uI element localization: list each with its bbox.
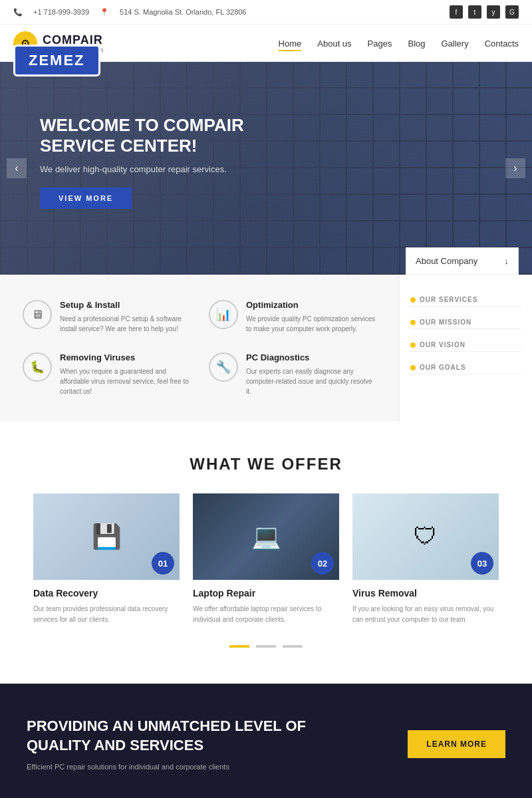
- carousel-dot-2[interactable]: [256, 645, 276, 648]
- setup-info: Setup & Install Need a professional PC s…: [60, 300, 190, 334]
- data-recovery-image: 💾 01: [33, 493, 180, 580]
- main-nav: Home About us Pages Blog Gallery Contact…: [279, 36, 519, 51]
- laptop-repair-desc: We offer affordable laptop repair servic…: [193, 604, 339, 625]
- phone-icon: 📞: [13, 8, 23, 17]
- carousel-dot-3[interactable]: [283, 645, 303, 648]
- hero-prev-arrow[interactable]: ‹: [7, 158, 27, 178]
- offer-virus-removal: 🛡 03 Virus Removal If you are looking fo…: [352, 493, 499, 625]
- offer-number-2: 02: [311, 552, 334, 575]
- optimization-title: Optimization: [246, 300, 376, 310]
- hero-section: WELCOME TO COMPAIR SERVICE CENTER! We de…: [0, 62, 532, 275]
- what-we-offer-section: WHAT WE OFFER 💾 01 Data Recovery Our tea…: [0, 422, 532, 684]
- nav-home[interactable]: Home: [279, 36, 302, 51]
- youtube-icon[interactable]: y: [487, 5, 500, 19]
- twitter-icon[interactable]: t: [468, 5, 481, 19]
- about-company-dropdown[interactable]: About Company ↓: [406, 247, 519, 275]
- offer-number-3: 03: [471, 552, 493, 575]
- hero-subheading: We deliver high-quality computer repair …: [40, 164, 293, 174]
- carousel-dots: [13, 638, 519, 650]
- offer-laptop-repair: 💻 02 Laptop Repair We offer affordable l…: [193, 493, 339, 625]
- hero-view-more-button[interactable]: VIEW MORE: [40, 188, 132, 209]
- our-vision-link[interactable]: OUR VISION: [410, 333, 521, 352]
- virus-removal-image: 🛡 03: [352, 493, 499, 580]
- our-mission-link[interactable]: OUR MISSION: [410, 311, 521, 329]
- diagnostics-icon: 🔧: [209, 352, 238, 382]
- virus-removal-desc: If you are looking for an easy virus rem…: [352, 604, 499, 625]
- optimization-icon: 📊: [209, 300, 238, 329]
- offer-number-1: 01: [152, 552, 174, 575]
- phone-number: +1 718-999-3939: [33, 8, 89, 16]
- diagnostics-desc: Our experts can easily diagnose any comp…: [246, 366, 376, 396]
- dark-cta-section: PROVIDING AN UNMATCHED LEVEL OF QUALITY …: [0, 684, 532, 798]
- about-dropdown-label: About Company: [416, 256, 477, 266]
- our-services-link[interactable]: OUR SERVICES: [410, 288, 521, 307]
- dark-cta-text: PROVIDING AN UNMATCHED LEVEL OF QUALITY …: [27, 717, 326, 771]
- hero-content: WELCOME TO COMPAIR SERVICE CENTER! We de…: [40, 115, 293, 209]
- top-bar: 📞 +1 718-999-3939 📍 514 S. Magnolia St. …: [0, 0, 532, 25]
- services-section: 🖥 Setup & Install Need a professional PC…: [0, 275, 532, 422]
- data-recovery-title: Data Recovery: [33, 588, 180, 598]
- address: 514 S. Magnolia St. Orlando, FL 32806: [120, 8, 246, 16]
- viruses-info: Removing Viruses When you require a guar…: [60, 352, 190, 396]
- optimization-desc: We provide quality PC optimization servi…: [246, 314, 376, 334]
- hero-heading: WELCOME TO COMPAIR SERVICE CENTER!: [40, 115, 293, 156]
- service-optimization: 📊 Optimization We provide quality PC opt…: [200, 291, 386, 343]
- what-we-offer-heading: WHAT WE OFFER: [13, 455, 519, 473]
- service-diagnostics: 🔧 PC Diagnostics Our experts can easily …: [200, 343, 386, 406]
- services-dot: [410, 297, 416, 303]
- nav-blog[interactable]: Blog: [408, 36, 425, 51]
- virus-icon: 🐛: [23, 352, 52, 382]
- vision-dot: [410, 342, 416, 348]
- offers-grid: 💾 01 Data Recovery Our team provides pro…: [33, 493, 499, 625]
- dark-cta-subtext: Efficient PC repair solutions for indivi…: [27, 763, 326, 771]
- optimization-info: Optimization We provide quality PC optim…: [246, 300, 376, 334]
- laptop-repair-title: Laptop Repair: [193, 588, 339, 598]
- zemez-badge: ZEMEZ: [13, 45, 100, 76]
- our-goals-link[interactable]: OUR GOALS: [410, 356, 521, 374]
- offer-data-recovery: 💾 01 Data Recovery Our team provides pro…: [33, 493, 180, 625]
- services-grid: 🖥 Setup & Install Need a professional PC…: [0, 275, 399, 422]
- service-setup: 🖥 Setup & Install Need a professional PC…: [13, 291, 200, 343]
- goals-dot: [410, 365, 416, 370]
- service-viruses: 🐛 Removing Viruses When you require a gu…: [13, 343, 200, 406]
- google-plus-icon[interactable]: G: [505, 5, 519, 19]
- dark-cta-heading: PROVIDING AN UNMATCHED LEVEL OF QUALITY …: [27, 717, 326, 755]
- location-icon: 📍: [100, 8, 109, 17]
- viruses-title: Removing Viruses: [60, 352, 190, 362]
- viruses-desc: When you require a guaranteed and afford…: [60, 366, 190, 396]
- setup-icon: 🖥: [23, 300, 52, 329]
- setup-title: Setup & Install: [60, 300, 190, 310]
- mission-dot: [410, 320, 416, 325]
- contact-info: 📞 +1 718-999-3939 📍 514 S. Magnolia St. …: [13, 8, 247, 17]
- data-recovery-desc: Our team provides professional data reco…: [33, 604, 180, 625]
- dropdown-arrow-icon: ↓: [505, 256, 509, 266]
- virus-removal-title: Virus Removal: [352, 588, 499, 598]
- nav-about[interactable]: About us: [317, 36, 351, 51]
- learn-more-button[interactable]: LEARN MORE: [408, 730, 505, 758]
- nav-contacts[interactable]: Contacts: [485, 36, 519, 51]
- diagnostics-title: PC Diagnostics: [246, 352, 376, 362]
- diagnostics-info: PC Diagnostics Our experts can easily di…: [246, 352, 376, 396]
- social-links: f t y G: [450, 5, 519, 19]
- setup-desc: Need a professional PC setup & software …: [60, 314, 190, 334]
- hero-next-arrow[interactable]: ›: [505, 158, 525, 178]
- carousel-dot-1[interactable]: [229, 645, 249, 648]
- services-right-menu: OUR SERVICES OUR MISSION OUR VISION OUR …: [399, 275, 532, 422]
- facebook-icon[interactable]: f: [450, 5, 463, 19]
- nav-pages[interactable]: Pages: [368, 36, 392, 51]
- nav-gallery[interactable]: Gallery: [442, 36, 469, 51]
- laptop-repair-image: 💻 02: [193, 493, 339, 580]
